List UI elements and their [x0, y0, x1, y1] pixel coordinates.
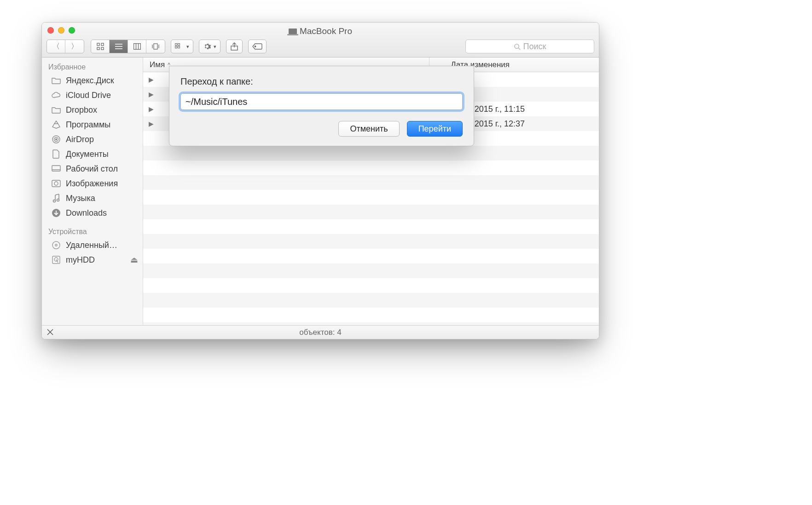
share-button[interactable]: [226, 40, 243, 53]
go-to-folder-dialog: Переход к папке: Отменить Перейти: [169, 66, 474, 146]
search-icon: [514, 43, 521, 50]
svg-point-24: [56, 139, 57, 140]
svg-point-28: [54, 182, 58, 185]
sidebar-item-label: Документы: [66, 149, 109, 159]
svg-point-30: [57, 199, 59, 201]
view-columns-button[interactable]: [128, 40, 146, 53]
search-field[interactable]: Поиск: [465, 40, 594, 53]
sidebar-item-label: Программы: [66, 120, 110, 130]
search-placeholder: Поиск: [523, 42, 546, 52]
disclosure-triangle-icon[interactable]: ▶: [143, 105, 154, 113]
sidebar-item-icloud[interactable]: iCloud Drive: [42, 88, 143, 103]
go-button[interactable]: Перейти: [407, 121, 463, 137]
coverflow-icon: [151, 43, 160, 50]
images-icon: [51, 178, 61, 189]
svg-line-21: [518, 48, 520, 50]
downloads-icon: [51, 208, 61, 218]
table-row: [143, 278, 599, 293]
svg-rect-3: [101, 47, 104, 50]
view-coverflow-button[interactable]: [146, 40, 165, 53]
svg-point-29: [53, 200, 56, 202]
sidebar-item-music[interactable]: Музыка: [42, 191, 143, 206]
sidebar-item-label: Музыка: [66, 194, 95, 203]
window-title: MacBook Pro: [42, 26, 599, 36]
apps-icon: [51, 120, 61, 130]
sidebar-item-documents[interactable]: Документы: [42, 147, 143, 161]
path-button[interactable]: [46, 327, 55, 337]
table-row: [143, 161, 599, 175]
svg-point-33: [52, 241, 60, 249]
titlebar: MacBook Pro 〈 〉: [42, 23, 599, 57]
table-row: [143, 146, 599, 161]
sidebar-item-dropbox[interactable]: Dropbox: [42, 103, 143, 117]
disclosure-triangle-icon[interactable]: ▶: [143, 91, 154, 98]
svg-rect-13: [175, 44, 177, 46]
folder-path-input[interactable]: [180, 93, 463, 110]
status-bar: объектов: 4: [42, 325, 599, 339]
svg-rect-27: [52, 180, 60, 187]
chevron-down-icon: ▾: [186, 44, 189, 50]
eject-icon[interactable]: ⏏: [130, 255, 138, 265]
tags-button[interactable]: [248, 40, 267, 53]
folder-icon: [51, 105, 61, 115]
sidebar-item-pictures[interactable]: Изображения: [42, 176, 143, 191]
doc-icon: [51, 149, 61, 159]
share-icon: [231, 42, 238, 51]
svg-rect-15: [175, 46, 177, 48]
columns-icon: [133, 43, 141, 50]
sidebar-item-yandex-disk[interactable]: Яндекс.Диск: [42, 73, 143, 88]
back-button[interactable]: 〈: [47, 40, 65, 53]
table-row: [143, 205, 599, 219]
airdrop-icon: [51, 134, 61, 144]
view-list-button[interactable]: [110, 40, 128, 53]
arrange-menu-button[interactable]: ▾: [171, 40, 193, 53]
grid-icon: [97, 43, 104, 50]
column-name-label: Имя: [150, 60, 165, 69]
sidebar: Избранное Яндекс.Диск iCloud Drive Dropb…: [42, 57, 143, 325]
sidebar-item-label: AirDrop: [66, 135, 94, 144]
sidebar-item-label: Downloads: [66, 208, 107, 218]
disclosure-triangle-icon[interactable]: ▶: [143, 120, 154, 127]
svg-point-34: [55, 244, 57, 246]
sidebar-item-airdrop[interactable]: AirDrop: [42, 132, 143, 147]
sidebar-item-remote-disc[interactable]: Удаленный…: [42, 238, 143, 252]
sidebar-item-desktop[interactable]: Рабочий стол: [42, 161, 143, 176]
svg-rect-1: [101, 43, 104, 46]
table-row: [143, 264, 599, 278]
sidebar-item-label: Изображения: [66, 179, 118, 189]
laptop-icon: [289, 29, 297, 34]
table-row: [143, 175, 599, 190]
tag-icon: [252, 43, 262, 50]
sidebar-item-label: Dropbox: [66, 105, 97, 115]
list-icon: [115, 43, 122, 50]
sidebar-item-applications[interactable]: Программы: [42, 117, 143, 132]
sidebar-section-devices: Устройства: [42, 225, 143, 238]
dialog-label: Переход к папке:: [180, 76, 463, 87]
chevron-down-icon: ▾: [214, 44, 216, 50]
sidebar-item-label: Удаленный…: [66, 241, 117, 250]
table-row: [143, 293, 599, 308]
view-icons-button[interactable]: [91, 40, 110, 53]
gear-icon: [203, 42, 211, 51]
sidebar-item-downloads[interactable]: Downloads: [42, 206, 143, 220]
sidebar-section-favorites: Избранное: [42, 60, 143, 73]
sidebar-item-label: iCloud Drive: [66, 91, 111, 100]
arrange-icon: [175, 43, 184, 50]
disclosure-triangle-icon[interactable]: ▶: [143, 76, 154, 83]
action-menu-button[interactable]: ▾: [199, 40, 220, 53]
hdd-icon: [51, 255, 61, 265]
svg-rect-16: [178, 46, 180, 48]
table-row: [143, 190, 599, 205]
sidebar-item-myhdd[interactable]: myHDD⏏: [42, 252, 143, 267]
music-icon: [51, 193, 61, 203]
svg-rect-2: [97, 47, 99, 50]
svg-rect-0: [97, 43, 99, 46]
svg-rect-7: [133, 44, 140, 50]
forward-button[interactable]: 〉: [65, 40, 84, 53]
desktop-icon: [51, 164, 61, 174]
disc-icon: [51, 240, 61, 250]
nav-back-forward: 〈 〉: [46, 40, 84, 53]
cancel-button[interactable]: Отменить: [338, 121, 399, 137]
view-mode-segmented: [91, 40, 165, 53]
path-icon: [46, 328, 54, 336]
